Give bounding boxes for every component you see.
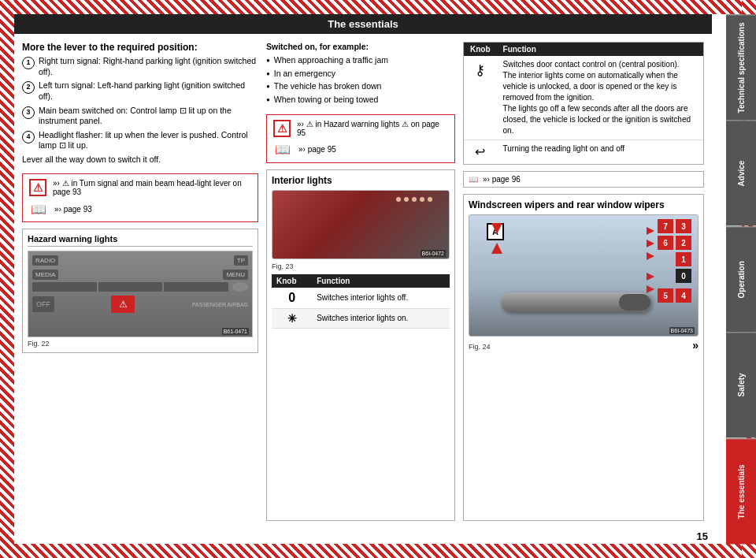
- intro-text: More the lever to the required position:: [22, 42, 258, 53]
- interior-table: Knob Function 0 Switches interior lights…: [272, 274, 450, 329]
- tab-advice[interactable]: Advice: [726, 120, 756, 225]
- top-knob-section: Knob Function ⚷ Switches door contact co…: [463, 42, 704, 165]
- table-row: ✳ Switches interior lights on.: [272, 308, 450, 328]
- fig-24-label: Fig. 24: [469, 343, 491, 351]
- bullet-list: When approaching a traffic jam In an eme…: [266, 55, 455, 106]
- wiper-diagram: A 7 3: [469, 214, 699, 337]
- hazard-button[interactable]: ⚠: [111, 296, 135, 313]
- warning-row-1: ⚠ »› ⚠ in Turn signal and main beam head…: [29, 179, 251, 196]
- fig-code-22: B61-0471: [222, 328, 249, 335]
- interior-title: Interior lights: [272, 175, 450, 186]
- windscreen-title: Windscreen wipers and rear window wipers: [469, 199, 699, 210]
- bullet-item: The vehicle has broken down: [266, 81, 455, 92]
- numbered-list: 1 Right turn signal: Right-hand parking …: [22, 56, 258, 151]
- lever-text: Lever all the way down to switch it off.: [22, 154, 258, 164]
- warning-box-mid: ⚠ »› ⚠ in Hazard warning lights ⚠ on pag…: [266, 114, 455, 163]
- right-column: Knob Function ⚷ Switches door contact co…: [463, 42, 704, 521]
- function-0: Switches interior lights off.: [312, 288, 450, 309]
- wiper-numbers: 7 3 6 2 1 0: [658, 219, 691, 303]
- interior-image: B6I-0472: [272, 190, 450, 259]
- arrows-to-numbers: [647, 227, 654, 293]
- knob-key: ⚷: [464, 56, 497, 140]
- bullet-item: When towing or being towed: [266, 95, 455, 106]
- switched-section: Switched on, for example: When approachi…: [266, 42, 455, 108]
- num-circle-1: 1: [22, 57, 35, 69]
- label-4: 4: [676, 288, 691, 303]
- warning-icon-mid: ⚠: [273, 120, 291, 137]
- warning-row-mid-2: 📖 »› page 95: [273, 142, 448, 158]
- main-content: The essentials More the lever to the req…: [14, 14, 712, 544]
- label-0: 0: [676, 269, 691, 283]
- fig-code-23: B6I-0472: [421, 250, 446, 257]
- list-item: 1 Right turn signal: Right-hand parking …: [22, 56, 258, 77]
- media-btn: MEDIA: [32, 270, 58, 280]
- warning-row-mid-1: ⚠ »› ⚠ in Hazard warning lights ⚠ on pag…: [273, 120, 448, 137]
- wiper-lever: [501, 292, 650, 312]
- left-border: [0, 0, 14, 558]
- bullet-item: In an emergency: [266, 69, 455, 80]
- passenger-text: PASSENGER AIRBAG: [192, 302, 248, 307]
- function-reading: Turning the reading light on and off: [497, 140, 703, 165]
- fig-24-row: Fig. 24 »: [469, 339, 699, 352]
- book-icon-left: 📖: [29, 201, 48, 217]
- radio-row1: RADIO TP: [32, 255, 248, 266]
- label-3: 3: [676, 219, 691, 233]
- num-circle-4: 4: [22, 131, 35, 143]
- windscreen-section: Windscreen wipers and rear window wipers…: [463, 194, 704, 521]
- knob-reading: ↩: [464, 140, 497, 165]
- warning-icon: ⚠: [29, 179, 46, 196]
- fig-23-label: Fig. 23: [272, 262, 450, 270]
- list-item: 4 Headlight flasher: lit up when the lev…: [22, 130, 258, 151]
- radio-row3: OFF ⚠ PASSENGER AIRBAG: [32, 296, 248, 313]
- page-ref-96: »› page 96: [483, 175, 521, 184]
- table-row: ↩ Turning the reading light on and off: [464, 140, 703, 165]
- tp-btn: TP: [234, 255, 248, 266]
- function-sun: Switches interior lights on.: [312, 308, 450, 328]
- table-row: ⚷ Switches door contact control on (cent…: [464, 56, 703, 140]
- fig-code-24: B6I-0473: [669, 327, 695, 334]
- book-icon-mid: 📖: [273, 142, 292, 158]
- off-btn: OFF: [32, 296, 54, 312]
- warning-text-mid: »› ⚠ in Hazard warning lights ⚠ on page …: [297, 120, 448, 137]
- list-item: 2 Left turn signal: Left-hand parking li…: [22, 80, 258, 102]
- label-2: 2: [676, 236, 691, 250]
- col-function: Function: [312, 274, 450, 288]
- item-text-1: Right turn signal: Right-hand parking li…: [39, 56, 258, 77]
- radio-btn: RADIO: [32, 255, 58, 266]
- label-7: 7: [658, 219, 673, 233]
- mid-column: Switched on, for example: When approachi…: [266, 42, 455, 521]
- warning-box-left: ⚠ »› ⚠ in Turn signal and main beam head…: [22, 173, 258, 222]
- radio-mock: RADIO TP MEDIA MENU: [28, 251, 252, 337]
- radio-row2: [32, 282, 248, 292]
- knob-0: 0: [272, 288, 312, 309]
- tab-operation[interactable]: Operation: [726, 226, 756, 332]
- item-text-3: Main beam switched on: Control lamp ⊡ li…: [39, 106, 258, 127]
- tab-essentials[interactable]: The essentials: [726, 438, 756, 544]
- label-6: 6: [658, 236, 673, 250]
- label-5: 5: [658, 288, 673, 303]
- content-area: More the lever to the required position:…: [14, 34, 712, 529]
- left-column: More the lever to the required position:…: [22, 42, 258, 521]
- radio-row1b: MEDIA MENU: [32, 270, 248, 280]
- warning-text-left: »› ⚠ in Turn signal and main beam head-l…: [53, 179, 251, 196]
- item-text-2: Left turn signal: Left-hand parking ligh…: [39, 80, 258, 102]
- hazard-section: Hazard warning lights RADIO TP MEDIA MEN…: [22, 229, 258, 353]
- tabs-container: Technical specifications Advice Operatio…: [726, 14, 756, 544]
- warning-row-2: 📖 »› page 93: [29, 201, 251, 217]
- item-text-4: Headlight flasher: lit up when the lever…: [39, 130, 258, 151]
- fig-22-label: Fig. 22: [28, 340, 253, 348]
- page-ref-left: »› page 93: [54, 205, 92, 214]
- page-header: The essentials: [14, 14, 712, 34]
- function-key: Switches door contact control on (centra…: [497, 56, 703, 140]
- num-circle-2: 2: [22, 81, 35, 94]
- list-item: 3 Main beam switched on: Control lamp ⊡ …: [22, 106, 258, 127]
- arrow-up: [491, 243, 502, 254]
- top-knob-table: Knob Function ⚷ Switches door contact co…: [464, 43, 703, 164]
- book-icon-right: 📖: [469, 175, 478, 184]
- page-number: 15: [14, 529, 712, 544]
- hazard-title: Hazard warning lights: [28, 234, 253, 247]
- tab-technical[interactable]: Technical specifications: [726, 14, 756, 120]
- col-knob-top: Knob: [464, 43, 497, 56]
- tab-safety[interactable]: Safety: [726, 332, 756, 437]
- page-ref-mid: »› page 95: [298, 145, 336, 154]
